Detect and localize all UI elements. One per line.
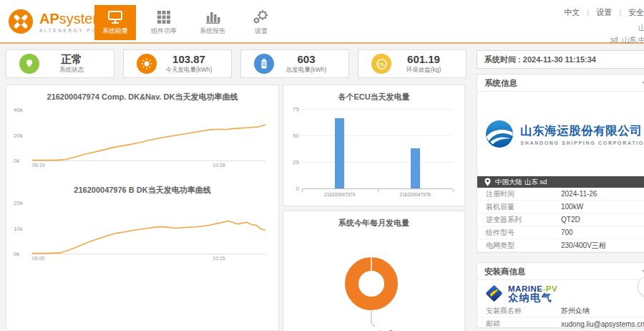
account-location: sd ,山东,中国大 xyxy=(564,35,644,45)
info-row-capacity: 装机容量 100kW xyxy=(477,201,644,214)
info-row-register-date: 注册时间 2024-11-26 xyxy=(477,188,644,201)
link-logout[interactable]: 安全退出 xyxy=(628,8,644,16)
nav-system-energy[interactable]: 系统能量 xyxy=(94,5,136,40)
link-settings[interactable]: 设置 xyxy=(596,8,612,16)
status-card-system: 正常 系统状态 xyxy=(6,49,114,78)
nav-label: 系统报告 xyxy=(200,27,225,36)
nav-system-report[interactable]: 系统报告 xyxy=(192,5,233,40)
info-row-module-model: 组件型号 700 xyxy=(477,226,644,239)
installer-info-card: 安装商信息 MARINE-PV 众纳电气 安装商名称 苏州众纳 邮箱 xyxy=(477,262,644,328)
gears-icon xyxy=(253,10,270,24)
bulb-icon xyxy=(24,58,35,69)
system-time: 系统时间 : 2024-11-30 11:15:34 xyxy=(477,50,644,69)
chart-title: 216200047974 Comp. DK&Nav. DK当天发电功率曲线 xyxy=(6,85,278,102)
line-chart-plot[interactable]: 0k20k40k06:1910:28 xyxy=(32,110,265,161)
today-energy-value: 103.87 xyxy=(157,54,221,65)
link-language[interactable]: 中文 xyxy=(564,8,580,16)
monitor-icon xyxy=(107,10,124,24)
donut-rings xyxy=(283,234,466,331)
co2-label: 环保效益(kg) xyxy=(391,66,456,75)
installer-info-header[interactable]: 安装商信息 xyxy=(477,263,644,280)
dashboard: APsystems ALTENERGY POWER 系统能量 xyxy=(0,0,644,331)
installer-row-name: 安装商名称 苏州众纳 xyxy=(477,304,644,317)
header-right: 中文|设置|安全退出 山东和 sd ,山东,中国大 xyxy=(564,7,644,45)
company-logo: 山东海运股份有限公司 SHANDONG SHIPPING CORPORATION xyxy=(477,92,644,176)
nav-label: 组件功率 xyxy=(151,27,177,36)
line-chart-ecu-47976: 216200047976 B DK当天发电功率曲线 0k10k20k06:001… xyxy=(6,178,278,254)
nav-label: 系统能量 xyxy=(102,27,128,36)
status-card-total-energy: 603 总发电量(kWh) xyxy=(240,49,349,78)
bar-chart-icon xyxy=(205,10,220,24)
sunburst-logo-icon xyxy=(7,8,34,35)
total-energy-value: 603 xyxy=(274,54,338,65)
total-energy-label: 总发电量(kWh) xyxy=(274,66,338,75)
svg-text:CO₂: CO₂ xyxy=(378,62,386,66)
power-curves-panel: 216200047974 Comp. DK&Nav. DK当天发电功率曲线 0k… xyxy=(6,85,279,331)
donut-chart[interactable]: 十一月:603.0kWh xyxy=(283,234,464,331)
system-info-header[interactable]: 系统信息 xyxy=(477,75,644,92)
line-chart-plot[interactable]: 0k10k20k06:0010:15 xyxy=(32,203,265,254)
installer-brand-line2: 众纳电气 xyxy=(508,293,557,302)
chart-title: 各个ECU当天发电量 xyxy=(283,85,464,102)
info-row-grid-type: 电网类型 230/400V三相 xyxy=(477,239,644,252)
status-cards: 正常 系统状态 103.87 今天发电量(kWh) xyxy=(6,49,467,78)
location-bar: 中国大陆 山东 sd xyxy=(477,176,644,188)
system-status-label: 系统状态 xyxy=(39,66,104,75)
shipping-globe-icon xyxy=(484,119,514,149)
account-name: 山东和 xyxy=(564,23,644,33)
location-text: 中国大陆 山东 sd xyxy=(495,178,547,187)
line-chart-ecu-47974: 216200047974 Comp. DK&Nav. DK当天发电功率曲线 0k… xyxy=(6,85,278,161)
sun-icon xyxy=(141,58,152,69)
marine-pv-diamond-icon xyxy=(484,284,504,303)
chart-title: 系统今年每月发电量 xyxy=(283,211,464,229)
grid-icon xyxy=(156,10,172,24)
installer-row-email: 邮箱 xudong.liu@apsystems.cn xyxy=(477,317,644,330)
today-energy-label: 今天发电量(kWh) xyxy=(157,66,221,75)
company-name-en: SHANDONG SHIPPING CORPORATION xyxy=(520,140,644,145)
header: APsystems ALTENERGY POWER 系统能量 xyxy=(0,0,644,44)
co2-icon: CO₂ xyxy=(376,58,388,70)
system-status-value: 正常 xyxy=(39,54,104,65)
installer-logo: MARINE-PV 众纳电气 xyxy=(477,280,644,304)
system-info-card: 系统信息 山东海运股份有限公司 SHANDONG SHIPPING CORPOR… xyxy=(477,74,644,253)
chart-title: 216200047976 B DK当天发电功率曲线 xyxy=(6,178,278,196)
status-card-today-energy: 103.87 今天发电量(kWh) xyxy=(123,49,232,78)
nav-label: 设置 xyxy=(255,27,268,36)
pin-icon xyxy=(484,178,491,186)
status-card-co2: CO₂ 601.19 环保效益(kg) xyxy=(358,49,467,78)
battery-icon xyxy=(258,58,270,69)
bar-chart-plot[interactable]: 0255075216200047974216200047976 xyxy=(302,109,453,189)
info-row-inverter-series: 逆变器系列 QT2D xyxy=(477,214,644,226)
ecu-energy-panel: 各个ECU当天发电量 02550752162000479742162000479… xyxy=(283,85,465,206)
main-nav: 系统能量 组件功率 系 xyxy=(94,5,282,40)
company-name-cn: 山东海运股份有限公司 xyxy=(520,123,644,139)
nav-settings[interactable]: 设置 xyxy=(240,5,282,40)
monthly-energy-panel: 系统今年每月发电量 十一月:603.0kWh xyxy=(283,211,465,331)
nav-module-power[interactable]: 组件功率 xyxy=(143,5,185,40)
co2-value: 601.19 xyxy=(391,54,456,65)
